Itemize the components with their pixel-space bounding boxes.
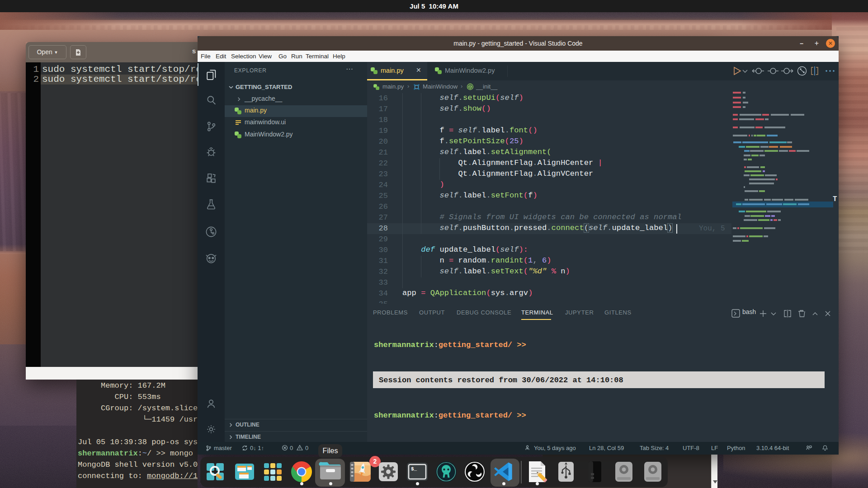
svg-text:$_: $_ bbox=[411, 466, 417, 472]
